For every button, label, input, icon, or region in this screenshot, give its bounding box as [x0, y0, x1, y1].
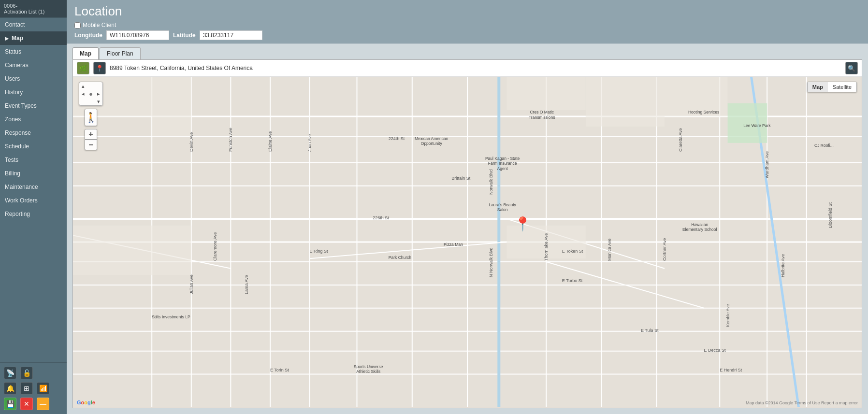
alert-icon[interactable]: 🔔: [4, 382, 16, 395]
sidebar-item-label: Contact: [5, 21, 25, 28]
nav-pad[interactable]: ▴ ◂●▸ ▾: [79, 82, 103, 106]
map-address-bar: 🌿 📍 8989 Token Street, California, Unite…: [73, 60, 862, 77]
page-header: Location Mobile Client Longitude Latitud…: [67, 0, 868, 43]
zoom-out-button[interactable]: −: [85, 140, 97, 150]
sidebar-item-label: Cameras: [5, 62, 29, 69]
wifi-icon[interactable]: 📶: [37, 382, 49, 395]
lock-icon[interactable]: 🔓: [20, 367, 33, 379]
sidebar-item-label: Tests: [5, 157, 18, 163]
sidebar-item-event-types[interactable]: Event Types: [0, 99, 67, 113]
sidebar-arrow-icon: ▶: [5, 36, 9, 41]
map-controls: ▴ ◂●▸ ▾ 🚶 + −: [79, 82, 103, 150]
sidebar-item-label: Schedule: [5, 143, 29, 150]
map-address-text: 8989 Token Street, California, United St…: [110, 65, 253, 71]
map-type-map-button[interactable]: Map: [808, 82, 828, 92]
sidebar: 0006- Activation List (1) Contact▶MapSta…: [0, 0, 67, 414]
tab-bar: Map Floor Plan: [67, 43, 868, 59]
account-line1: 0006-: [4, 3, 63, 9]
signal-icon[interactable]: 📡: [4, 367, 16, 379]
cancel-icon[interactable]: ✕: [20, 398, 33, 410]
account-info: 0006- Activation List (1): [0, 0, 67, 18]
latitude-input[interactable]: [200, 30, 262, 40]
sidebar-item-zones[interactable]: Zones: [0, 113, 67, 126]
sidebar-bottom: 📡 🔓 🔔 ⊞ 📶 💾 ✕ —: [0, 362, 67, 414]
longitude-input[interactable]: [106, 30, 169, 40]
tab-floor-plan[interactable]: Floor Plan: [100, 47, 141, 59]
sidebar-item-response[interactable]: Response: [0, 126, 67, 140]
svg-rect-40: [728, 103, 767, 143]
sidebar-item-status[interactable]: Status: [0, 45, 67, 58]
sidebar-item-reporting[interactable]: Reporting: [0, 207, 67, 221]
zoom-controls: + −: [85, 129, 103, 150]
longitude-label: Longitude: [74, 32, 102, 39]
map-container: 🌿 📍 8989 Token Street, California, Unite…: [72, 59, 862, 408]
sidebar-item-label: Users: [5, 75, 20, 82]
map-icon-2[interactable]: 📍: [93, 62, 106, 74]
map-location-pin: 📍: [514, 216, 531, 232]
sidebar-item-users[interactable]: Users: [0, 72, 67, 86]
sidebar-item-label: Maintenance: [5, 184, 38, 190]
sidebar-item-label: Work Orders: [5, 197, 38, 204]
svg-rect-34: [152, 77, 191, 136]
bottom-row-3: 💾 ✕ —: [4, 398, 63, 410]
account-line2: Activation List (1): [4, 9, 63, 14]
sidebar-item-history[interactable]: History: [0, 86, 67, 99]
grid-icon[interactable]: ⊞: [20, 382, 33, 395]
map-roads-svg: [73, 77, 862, 407]
svg-rect-36: [586, 77, 665, 127]
sidebar-nav: Contact▶MapStatusCamerasUsersHistoryEven…: [0, 18, 67, 221]
sidebar-item-schedule[interactable]: Schedule: [0, 140, 67, 153]
sidebar-item-label: Status: [5, 48, 21, 55]
map-search-button[interactable]: 🔍: [845, 62, 858, 74]
map-footer-text: Map data ©2014 Google Terms of Use Repor…: [746, 400, 858, 405]
bottom-row-1: 📡 🔓: [4, 367, 63, 379]
sidebar-item-label: Zones: [5, 116, 21, 123]
google-logo: Google: [77, 400, 95, 405]
sidebar-item-label: Event Types: [5, 102, 37, 109]
coord-row: Longitude Latitude: [74, 30, 860, 40]
map-view[interactable]: 224th St226th StBrittain StE Token StE T…: [73, 77, 862, 407]
sidebar-item-map[interactable]: ▶Map: [0, 31, 67, 45]
svg-line-32: [310, 242, 507, 258]
page-title: Location: [74, 4, 860, 19]
sidebar-item-cameras[interactable]: Cameras: [0, 58, 67, 72]
sidebar-item-tests[interactable]: Tests: [0, 153, 67, 167]
map-icon-1[interactable]: 🌿: [77, 62, 89, 74]
main-content: Location Mobile Client Longitude Latitud…: [67, 0, 868, 414]
sidebar-item-work-orders[interactable]: Work Orders: [0, 194, 67, 207]
tab-map[interactable]: Map: [72, 47, 99, 59]
map-type-controls: Map Satellite: [807, 82, 857, 92]
sidebar-item-contact[interactable]: Contact: [0, 18, 67, 31]
sidebar-item-label: Map: [12, 35, 23, 42]
mobile-client-checkbox[interactable]: [74, 22, 81, 29]
sidebar-item-label: Reporting: [5, 211, 30, 217]
sidebar-item-label: Billing: [5, 170, 20, 177]
sidebar-item-label: History: [5, 89, 23, 96]
svg-rect-35: [507, 77, 586, 110]
pegman-button[interactable]: 🚶: [85, 109, 97, 126]
save-icon[interactable]: 💾: [4, 398, 16, 410]
sidebar-item-maintenance[interactable]: Maintenance: [0, 180, 67, 194]
sidebar-item-billing[interactable]: Billing: [0, 167, 67, 180]
header-controls: Mobile Client: [74, 22, 860, 29]
zoom-in-button[interactable]: +: [85, 129, 97, 140]
sidebar-item-label: Response: [5, 129, 31, 136]
svg-rect-37: [665, 77, 728, 116]
latitude-label: Latitude: [173, 32, 196, 39]
svg-rect-38: [73, 226, 191, 275]
map-type-satellite-button[interactable]: Satellite: [828, 82, 856, 92]
mobile-client-label[interactable]: Mobile Client: [74, 22, 116, 29]
map-background: 224th St226th StBrittain StE Token StE T…: [73, 77, 862, 407]
bottom-row-2: 🔔 ⊞ 📶: [4, 382, 63, 395]
minus-icon[interactable]: —: [37, 398, 49, 410]
